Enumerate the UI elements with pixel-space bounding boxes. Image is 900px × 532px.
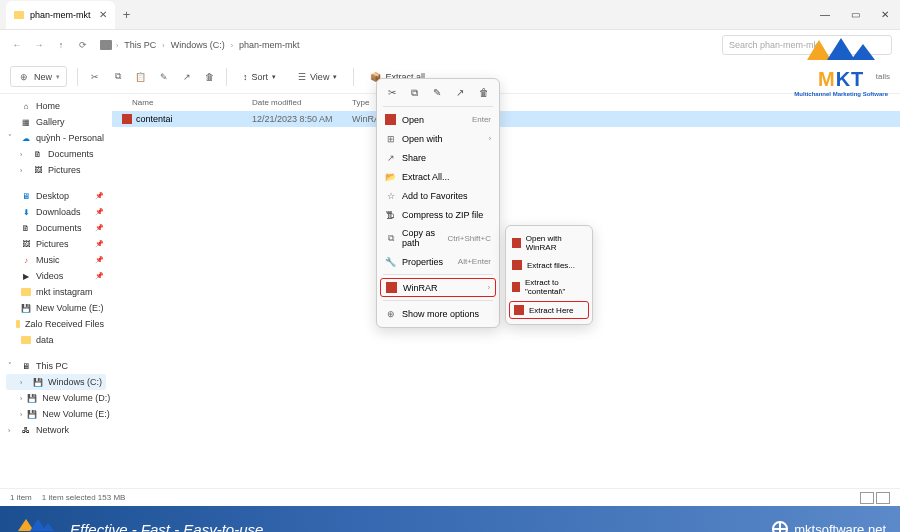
sidebar-downloads[interactable]: ⬇Downloads📌 <box>6 204 106 220</box>
globe-icon <box>772 521 788 532</box>
sidebar-drive-d[interactable]: ›💾New Volume (D:) <box>6 390 106 406</box>
view-grid-icon[interactable] <box>876 492 890 504</box>
folder-icon <box>14 11 24 19</box>
plus-icon: ⊕ <box>17 70 30 83</box>
sidebar-home[interactable]: ⌂Home <box>6 98 106 114</box>
tab-title: phan-mem-mkt <box>30 10 91 20</box>
close-tab-icon[interactable]: ✕ <box>99 9 107 20</box>
share-icon: ↗ <box>385 152 396 163</box>
sub-open-winrar[interactable]: Open with WinRAR <box>506 230 592 256</box>
address-bar: ← → ↑ ⟳ › This PC › Windows (C:) › phan-… <box>0 30 900 60</box>
winrar-file-icon <box>122 114 132 124</box>
item-count: 1 item <box>10 493 32 502</box>
winrar-icon <box>386 282 397 293</box>
sidebar-desktop[interactable]: 🖥Desktop📌 <box>6 188 106 204</box>
winrar-icon <box>512 282 520 292</box>
view-button[interactable]: ☰ View ▾ <box>292 69 343 85</box>
window-controls: — ▭ ✕ <box>810 9 900 20</box>
forward-button[interactable]: → <box>30 36 48 54</box>
ctx-open[interactable]: OpenEnter <box>377 110 499 129</box>
sidebar-folder[interactable]: mkt instagram <box>6 284 106 300</box>
sidebar-pictures[interactable]: ›🖼Pictures <box>6 162 106 178</box>
brand-text: MKT <box>794 68 888 91</box>
sidebar-windows-c[interactable]: ›💾Windows (C:) <box>6 374 106 390</box>
ctx-copy-path[interactable]: ⧉Copy as pathCtrl+Shift+C <box>377 224 499 252</box>
maximize-button[interactable]: ▭ <box>840 9 870 20</box>
star-icon: ☆ <box>385 190 396 201</box>
delete-icon[interactable]: 🗑 <box>203 70 216 83</box>
selected-info: 1 item selected 153 MB <box>42 493 126 502</box>
sidebar-documents[interactable]: ›🗎Documents <box>6 146 106 162</box>
sub-extract-to[interactable]: Extract to "contentai\" <box>506 274 592 300</box>
ctx-properties[interactable]: 🔧PropertiesAlt+Enter <box>377 252 499 271</box>
sidebar-folder[interactable]: data <box>6 332 106 348</box>
breadcrumb[interactable]: › This PC › Windows (C:) › phan-mem-mkt <box>96 40 718 50</box>
winrar-icon <box>385 114 396 125</box>
more-icon: ⊕ <box>385 308 396 319</box>
tagline: Effective - Fast - Easy-to-use <box>70 521 263 533</box>
sidebar: ⌂Home ▦Gallery ˅☁quỳnh - Personal ›🗎Docu… <box>0 94 112 488</box>
cut-icon[interactable]: ✂ <box>88 70 101 83</box>
open-with-icon: ⊞ <box>385 133 396 144</box>
sidebar-gallery[interactable]: ▦Gallery <box>6 114 106 130</box>
sub-extract-files[interactable]: Extract files... <box>506 256 592 274</box>
up-button[interactable]: ↑ <box>52 36 70 54</box>
ctx-compress[interactable]: 🗜Compress to ZIP file <box>377 205 499 224</box>
ctx-favorites[interactable]: ☆Add to Favorites <box>377 186 499 205</box>
rename-icon[interactable]: ✎ <box>433 87 441 99</box>
mkt-logo-small: MKT <box>14 511 58 532</box>
back-button[interactable]: ← <box>8 36 26 54</box>
sidebar-documents2[interactable]: 🗎Documents📌 <box>6 220 106 236</box>
winrar-icon <box>514 305 524 315</box>
status-bar: 1 item 1 item selected 153 MB <box>0 488 900 506</box>
brand-subtitle: Multichannel Marketing Software <box>794 91 888 97</box>
brand-watermark: MKT Multichannel Marketing Software <box>794 30 888 97</box>
sidebar-account[interactable]: ˅☁quỳnh - Personal <box>6 130 106 146</box>
ctx-winrar[interactable]: WinRAR› <box>380 278 496 297</box>
banner-site: mktsoftware.net <box>772 521 886 532</box>
window-tab[interactable]: phan-mem-mkt ✕ <box>6 1 115 29</box>
ctx-extract-all[interactable]: 📂Extract All... <box>377 167 499 186</box>
close-window-button[interactable]: ✕ <box>870 9 900 20</box>
delete-icon[interactable]: 🗑 <box>479 87 489 99</box>
share-icon[interactable]: ↗ <box>180 70 193 83</box>
copy-icon[interactable]: ⧉ <box>111 70 124 83</box>
sidebar-drive-e[interactable]: ›💾New Volume (E:) <box>6 406 106 422</box>
sidebar-drive[interactable]: 💾New Volume (E:) <box>6 300 106 316</box>
titlebar: phan-mem-mkt ✕ + — ▭ ✕ <box>0 0 900 30</box>
sort-button[interactable]: ↕ Sort ▾ <box>237 69 282 85</box>
extract-icon: 📂 <box>385 171 396 182</box>
cut-icon[interactable]: ✂ <box>388 87 396 99</box>
brand-banner: MKT Effective - Fast - Easy-to-use mktso… <box>0 506 900 532</box>
paste-icon[interactable]: 📋 <box>134 70 147 83</box>
minimize-button[interactable]: — <box>810 9 840 20</box>
sidebar-network[interactable]: ›🖧Network <box>6 422 106 438</box>
ctx-share[interactable]: ↗Share <box>377 148 499 167</box>
wrench-icon: 🔧 <box>385 256 396 267</box>
sidebar-videos[interactable]: ▶Videos📌 <box>6 268 106 284</box>
copy-icon[interactable]: ⧉ <box>411 87 418 99</box>
ctx-open-with[interactable]: ⊞Open with› <box>377 129 499 148</box>
sub-extract-here[interactable]: Extract Here <box>509 301 589 319</box>
sidebar-thispc[interactable]: ˅🖥This PC <box>6 358 106 374</box>
column-headers[interactable]: Name Date modified Type Size <box>112 94 900 111</box>
pc-icon <box>100 40 112 50</box>
winrar-icon <box>512 260 522 270</box>
ctx-more[interactable]: ⊕Show more options <box>377 304 499 323</box>
view-list-icon[interactable] <box>860 492 874 504</box>
sidebar-music[interactable]: ♪Music📌 <box>6 252 106 268</box>
refresh-button[interactable]: ⟳ <box>74 36 92 54</box>
context-menu: ✂ ⧉ ✎ ↗ 🗑 OpenEnter ⊞Open with› ↗Share 📂… <box>376 78 500 328</box>
breadcrumb-item[interactable]: Windows (C:) <box>169 40 227 50</box>
share-icon[interactable]: ↗ <box>456 87 464 99</box>
winrar-submenu: Open with WinRAR Extract files... Extrac… <box>505 225 593 325</box>
sidebar-folder[interactable]: Zalo Received Files <box>6 316 106 332</box>
breadcrumb-item[interactable]: phan-mem-mkt <box>237 40 302 50</box>
new-tab-button[interactable]: + <box>115 7 139 22</box>
winrar-icon <box>512 238 521 248</box>
rename-icon[interactable]: ✎ <box>157 70 170 83</box>
breadcrumb-item[interactable]: This PC <box>122 40 158 50</box>
file-row[interactable]: contentai 12/21/2023 8:50 AM WinRAR arch… <box>112 111 900 127</box>
new-button[interactable]: ⊕ New ▾ <box>10 66 67 87</box>
sidebar-pictures2[interactable]: 🖼Pictures📌 <box>6 236 106 252</box>
